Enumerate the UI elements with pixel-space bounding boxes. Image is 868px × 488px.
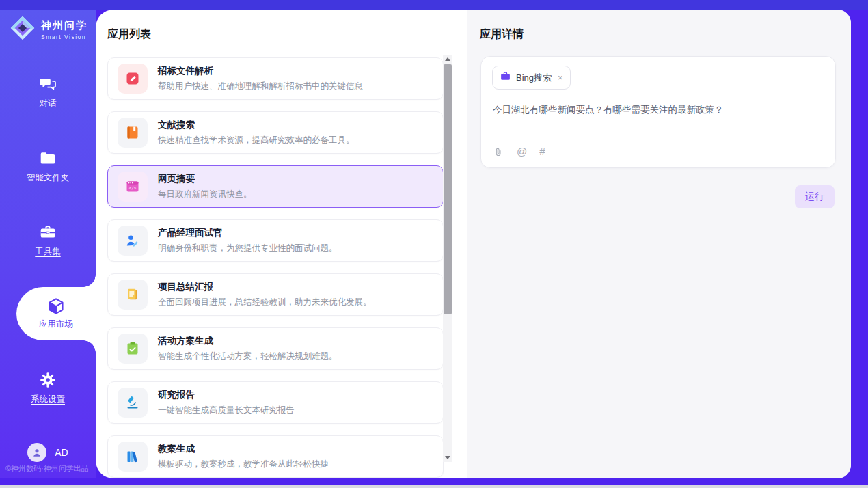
app-card-tender-analysis[interactable]: 招标文件解析 帮助用户快速、准确地理解和解析招标书中的关键信息 bbox=[107, 57, 444, 100]
avatar bbox=[27, 443, 46, 462]
brand-tagline: Smart Vision bbox=[41, 33, 87, 40]
hash-icon[interactable]: # bbox=[539, 146, 545, 158]
app-card-pm-interviewer[interactable]: 产品经理面试官 明确身份和职责，为您提供专业性的面试问题。 bbox=[107, 219, 444, 262]
query-text[interactable]: 今日湖北有哪些新闻要点？有哪些需要关注的最新政策？ bbox=[493, 104, 821, 116]
app-card-title: 项目总结汇报 bbox=[158, 281, 372, 293]
literature-icon bbox=[118, 118, 148, 148]
brand: 神州问学 Smart Vision bbox=[10, 15, 87, 44]
app-card-title: 活动方案生成 bbox=[158, 335, 338, 347]
sidebar-item-label: 应用市场 bbox=[39, 318, 73, 330]
close-icon[interactable]: × bbox=[558, 73, 563, 82]
sidebar-item-system-settings[interactable]: 系统设置 bbox=[0, 371, 96, 405]
app-card-title: 产品经理面试官 bbox=[158, 227, 338, 239]
triangle-up-icon bbox=[445, 57, 450, 61]
web-summary-icon: </> bbox=[118, 172, 148, 202]
scroll-up-button[interactable] bbox=[443, 55, 452, 64]
gear-icon bbox=[38, 371, 57, 389]
sidebar-item-label: 工具集 bbox=[35, 246, 61, 258]
person-icon bbox=[31, 446, 43, 459]
brand-logo-diamond-icon bbox=[10, 15, 36, 44]
user-initials: AD bbox=[55, 447, 68, 458]
sidebar-item-app-market[interactable]: 应用市场 bbox=[16, 287, 96, 340]
app-card-description: 全面回顾项目进展，总结经验教训，助力未来优化发展。 bbox=[158, 297, 372, 308]
folder-icon bbox=[38, 150, 57, 167]
sidebar-item-label: 对话 bbox=[40, 98, 57, 109]
app-list: 招标文件解析 帮助用户快速、准确地理解和解析招标书中的关键信息 文献搜索 快速精… bbox=[107, 57, 444, 478]
paperclip-icon[interactable] bbox=[493, 146, 504, 158]
project-summary-icon bbox=[118, 280, 148, 310]
composer-actions: @# bbox=[493, 146, 545, 158]
brand-name: 神州问学 bbox=[41, 19, 87, 32]
app-card-description: 明确身份和职责，为您提供专业性的面试问题。 bbox=[158, 243, 338, 254]
briefcase-icon bbox=[500, 70, 511, 85]
app-card-description: 一键智能生成高质量长文本研究报告 bbox=[158, 405, 295, 416]
lesson-plan-icon bbox=[118, 442, 148, 472]
svg-text:</>: </> bbox=[129, 185, 137, 190]
app-list-scrollbar[interactable] bbox=[443, 55, 452, 462]
activity-plan-icon bbox=[118, 334, 148, 364]
app-card-literature-search[interactable]: 文献搜索 快速精准查找学术资源，提高研究效率的必备工具。 bbox=[107, 111, 444, 154]
window-top-strip bbox=[0, 0, 868, 10]
app-card-activity-plan[interactable]: 活动方案生成 智能生成个性化活动方案，轻松解决规划难题。 bbox=[107, 327, 444, 370]
app-card-description: 每日政府新闻资讯快查。 bbox=[158, 189, 252, 200]
cube-icon bbox=[46, 297, 66, 315]
app-card-title: 网页摘要 bbox=[158, 173, 252, 185]
research-icon bbox=[118, 388, 148, 418]
sidebar-item-smart-folders[interactable]: 智能文件夹 bbox=[0, 150, 96, 184]
sidebar: 神州问学 Smart Vision 对话 智能文件夹 工具集 应用市场 系统设置… bbox=[0, 10, 96, 478]
app-card-description: 模板驱动，教案秒成，教学准备从此轻松快捷 bbox=[158, 459, 329, 470]
app-card-title: 教案生成 bbox=[158, 443, 329, 455]
sidebar-item-label: 智能文件夹 bbox=[27, 172, 70, 184]
app-card-title: 文献搜索 bbox=[158, 119, 355, 131]
tool-tag-label: Bing搜索 bbox=[516, 72, 552, 84]
app-card-title: 招标文件解析 bbox=[158, 65, 363, 77]
app-card-project-summary[interactable]: 项目总结汇报 全面回顾项目进展，总结经验教训，助力未来优化发展。 bbox=[107, 273, 444, 316]
app-card-research-report[interactable]: 研究报告 一键智能生成高质量长文本研究报告 bbox=[107, 381, 444, 424]
app-card-description: 智能生成个性化活动方案，轻松解决规划难题。 bbox=[158, 351, 338, 362]
scroll-down-button[interactable] bbox=[443, 453, 452, 462]
app-card-description: 帮助用户快速、准确地理解和解析招标书中的关键信息 bbox=[158, 81, 363, 92]
at-icon[interactable]: @ bbox=[517, 146, 527, 158]
chat-icon bbox=[38, 75, 57, 93]
app-detail-title: 应用详情 bbox=[480, 27, 524, 42]
toolbox-icon bbox=[38, 223, 57, 241]
scrollbar-thumb[interactable] bbox=[444, 64, 452, 314]
pm-interviewer-icon bbox=[118, 226, 148, 256]
app-list-title: 应用列表 bbox=[107, 27, 151, 42]
sidebar-item-label: 系统设置 bbox=[31, 394, 65, 405]
main-content: 应用列表 招标文件解析 帮助用户快速、准确地理解和解析招标书中的关键信息 文献搜… bbox=[96, 10, 851, 478]
user-account[interactable]: AD bbox=[0, 443, 96, 462]
run-button[interactable]: 运行 bbox=[795, 185, 835, 208]
triangle-down-icon bbox=[445, 456, 450, 459]
app-card-web-summary[interactable]: </> 网页摘要 每日政府新闻资讯快查。 bbox=[107, 165, 444, 208]
app-detail-panel: 应用详情 Bing搜索 × 今日湖北有哪些新闻要点？有哪些需要关注的最新政策？ … bbox=[467, 10, 851, 478]
sidebar-item-toolset[interactable]: 工具集 bbox=[0, 223, 96, 258]
app-card-description: 快速精准查找学术资源，提高研究效率的必备工具。 bbox=[158, 135, 355, 146]
copyright: ©神州数码·神州问学出品 bbox=[5, 463, 89, 474]
tool-tag-bing-search[interactable]: Bing搜索 × bbox=[492, 66, 571, 90]
tender-doc-icon bbox=[118, 64, 148, 94]
app-card-title: 研究报告 bbox=[158, 389, 295, 401]
sidebar-item-dialogue[interactable]: 对话 bbox=[0, 75, 96, 109]
composer-card[interactable]: Bing搜索 × 今日湖北有哪些新闻要点？有哪些需要关注的最新政策？ @# bbox=[480, 56, 836, 168]
app-card-lesson-plan[interactable]: 教案生成 模板驱动，教案秒成，教学准备从此轻松快捷 bbox=[107, 435, 444, 478]
